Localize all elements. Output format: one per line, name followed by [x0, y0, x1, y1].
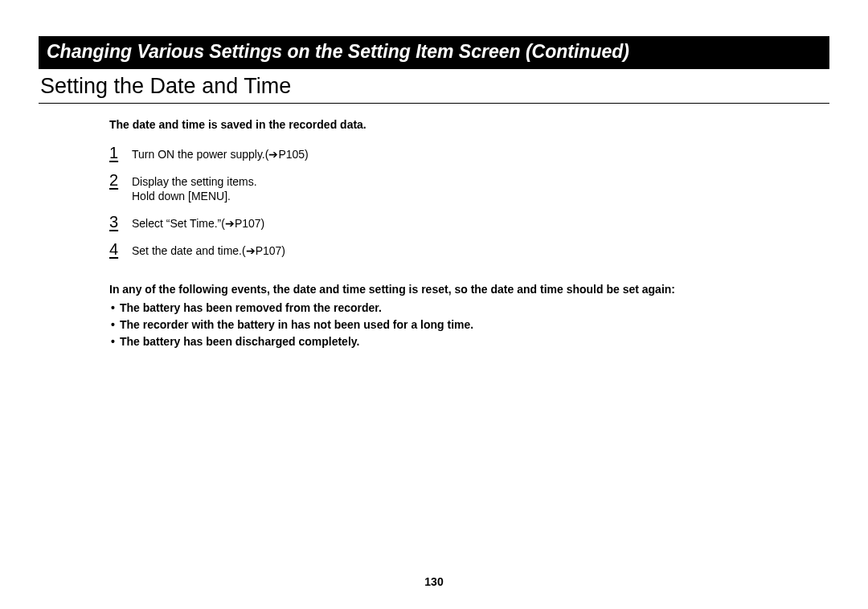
- step-row: 1 Turn ON the power supply.(➔P105): [109, 144, 797, 162]
- bullet-dot-icon: •: [111, 317, 120, 333]
- note-bullet-text: The battery has been discharged complete…: [120, 333, 360, 350]
- chapter-title: Changing Various Settings on the Setting…: [39, 36, 829, 69]
- note-bullet: • The battery has been removed from the …: [109, 300, 797, 317]
- note-lead: In any of the following events, the date…: [109, 281, 797, 298]
- step-text: Set the date and time.(➔P107): [132, 240, 285, 259]
- step-text: Display the setting items.Hold down [MEN…: [132, 171, 257, 205]
- note-bullet-text: The recorder with the battery in has not…: [120, 317, 473, 333]
- bullet-dot-icon: •: [111, 300, 120, 317]
- note-block: In any of the following events, the date…: [109, 281, 797, 350]
- step-row: 4 Set the date and time.(➔P107): [109, 240, 797, 259]
- step-text: Select “Set Time.”(➔P107): [132, 213, 264, 231]
- intro-text: The date and time is saved in the record…: [109, 118, 797, 131]
- step-number: 2: [109, 171, 132, 189]
- step-row: 3 Select “Set Time.”(➔P107): [109, 213, 797, 231]
- note-bullet: • The recorder with the battery in has n…: [109, 317, 797, 333]
- section-title: Setting the Date and Time: [39, 69, 829, 104]
- step-row: 2 Display the setting items.Hold down [M…: [109, 171, 797, 205]
- step-number: 4: [109, 240, 132, 258]
- content-area: The date and time is saved in the record…: [39, 118, 829, 350]
- page-number: 130: [0, 575, 868, 588]
- step-number: 1: [109, 144, 132, 161]
- note-bullet: • The battery has been discharged comple…: [109, 333, 797, 350]
- step-list: 1 Turn ON the power supply.(➔P105) 2 Dis…: [109, 144, 797, 259]
- note-bullet-text: The battery has been removed from the re…: [120, 300, 382, 317]
- step-number: 3: [109, 213, 132, 231]
- step-text: Turn ON the power supply.(➔P105): [132, 144, 309, 162]
- bullet-dot-icon: •: [111, 333, 120, 350]
